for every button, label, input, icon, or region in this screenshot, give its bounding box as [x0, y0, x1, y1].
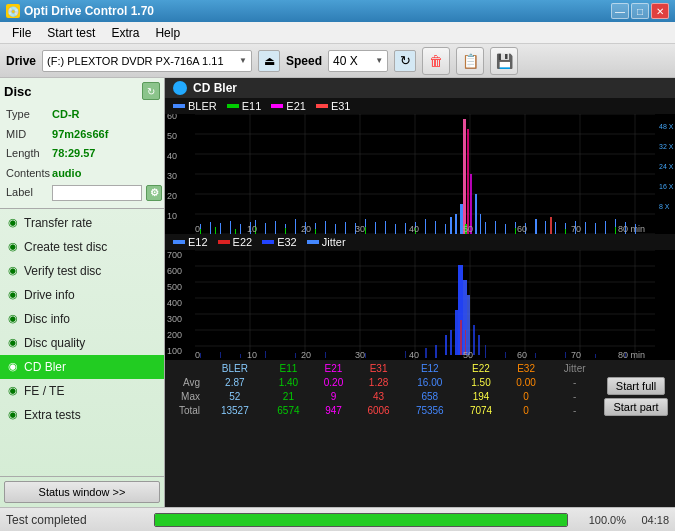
erase-button[interactable]: 🗑 — [422, 47, 450, 75]
stats-avg-label: Avg — [169, 375, 204, 389]
svg-rect-59 — [480, 214, 481, 234]
time-elapsed: 04:18 — [634, 514, 669, 526]
svg-rect-35 — [265, 223, 266, 234]
stats-header-e22: E22 — [458, 362, 504, 375]
save-button[interactable]: 💾 — [490, 47, 518, 75]
speed-label: Speed — [286, 54, 322, 68]
stats-header-jitter: Jitter — [548, 362, 601, 375]
stats-max-e21: 9 — [311, 389, 356, 403]
svg-rect-133 — [265, 351, 266, 358]
sidebar-item-cd-bler[interactable]: ◉ CD Bler — [0, 355, 164, 379]
svg-rect-77 — [200, 229, 201, 234]
sidebar-item-fe-te[interactable]: ◉ FE / TE — [0, 379, 164, 403]
speed-combo-arrow: ▼ — [375, 56, 383, 65]
svg-text:30: 30 — [167, 171, 177, 181]
svg-text:400: 400 — [167, 298, 182, 308]
svg-rect-48 — [395, 224, 396, 234]
label-input[interactable] — [52, 185, 142, 201]
mid-label: MID — [6, 126, 50, 144]
label-gear-button[interactable]: ⚙ — [146, 185, 162, 201]
legend-e11-color — [227, 104, 239, 108]
stats-max-e32: 0 — [504, 389, 549, 403]
copy-button[interactable]: 📋 — [456, 47, 484, 75]
disc-panel: Disc ↻ Type CD-R MID 97m26s66f Length 78… — [0, 78, 164, 209]
label-label: Label — [6, 184, 50, 202]
svg-text:0: 0 — [195, 224, 200, 234]
speed-value: 40 X — [333, 54, 358, 68]
stats-row-max: Max 52 21 9 43 658 194 0 - — [169, 389, 671, 403]
svg-text:20: 20 — [301, 350, 311, 360]
legend-e32-color — [262, 240, 274, 244]
svg-rect-125 — [455, 310, 458, 355]
stats-max-jitter: - — [548, 389, 601, 403]
svg-text:10: 10 — [247, 350, 257, 360]
sidebar-item-drive-info[interactable]: ◉ Drive info — [0, 283, 164, 307]
svg-rect-49 — [405, 223, 406, 234]
svg-rect-83 — [365, 227, 366, 234]
status-window-button[interactable]: Status window >> — [4, 481, 160, 503]
sidebar-item-transfer-rate[interactable]: ◉ Transfer rate — [0, 211, 164, 235]
stats-max-e12: 658 — [401, 389, 458, 403]
menu-extra[interactable]: Extra — [103, 24, 147, 42]
disc-refresh-button[interactable]: ↻ — [142, 82, 160, 100]
top-chart: 60 50 40 30 20 10 48 X 32 X 24 X 16 X 8 … — [165, 114, 675, 234]
top-chart-legend: BLER E11 E21 E31 — [165, 98, 675, 114]
disc-title: Disc — [4, 84, 31, 99]
stats-total-e12: 75356 — [401, 404, 458, 418]
svg-rect-131 — [220, 352, 221, 358]
svg-rect-137 — [405, 351, 406, 358]
sidebar-item-disc-info[interactable]: ◉ Disc info — [0, 307, 164, 331]
svg-rect-141 — [505, 352, 506, 358]
stats-table: BLER E11 E21 E31 E12 E22 E32 Jitter Avg — [169, 362, 671, 418]
eject-button[interactable]: ⏏ — [258, 50, 280, 72]
legend-jitter: Jitter — [307, 236, 346, 248]
svg-rect-54 — [450, 217, 452, 234]
svg-rect-32 — [240, 224, 241, 234]
menu-file[interactable]: File — [4, 24, 39, 42]
stats-avg-e22: 1.50 — [458, 375, 504, 389]
svg-rect-60 — [485, 222, 486, 234]
close-button[interactable]: ✕ — [651, 3, 669, 19]
sidebar-item-verify-test-disc-label: Verify test disc — [24, 264, 101, 278]
sidebar-item-transfer-rate-label: Transfer rate — [24, 216, 92, 230]
svg-rect-73 — [605, 221, 606, 234]
stats-max-label: Max — [169, 389, 204, 403]
stats-total-e22: 7074 — [458, 404, 504, 418]
sidebar-item-cd-bler-label: CD Bler — [24, 360, 66, 374]
svg-rect-52 — [435, 221, 436, 234]
refresh-button[interactable]: ↻ — [394, 50, 416, 72]
stats-total-e31: 6006 — [356, 404, 402, 418]
sidebar-item-extra-tests[interactable]: ◉ Extra tests — [0, 403, 164, 427]
legend-bler-color — [173, 104, 185, 108]
menu-help[interactable]: Help — [147, 24, 188, 42]
drive-combo[interactable]: (F:) PLEXTOR DVDR PX-716A 1.11 ▼ — [42, 50, 252, 72]
type-value: CD-R — [52, 106, 162, 124]
sidebar-item-create-test-disc[interactable]: ◉ Create test disc — [0, 235, 164, 259]
stats-row-total: Total 13527 6574 947 6006 75356 7074 0 - — [169, 404, 671, 418]
speed-combo[interactable]: 40 X ▼ — [328, 50, 388, 72]
svg-text:200: 200 — [167, 330, 182, 340]
sidebar-item-disc-info-label: Disc info — [24, 312, 70, 326]
start-part-button[interactable]: Start part — [604, 398, 667, 416]
svg-rect-29 — [210, 222, 211, 234]
legend-e12: E12 — [173, 236, 208, 248]
sidebar-item-fe-te-label: FE / TE — [24, 384, 64, 398]
chart-title: CD Bler — [193, 81, 237, 95]
restore-button[interactable]: □ — [631, 3, 649, 19]
sidebar-item-disc-quality[interactable]: ◉ Disc quality — [0, 331, 164, 355]
start-full-button[interactable]: Start full — [607, 377, 665, 395]
progress-percent: 100.0% — [576, 514, 626, 526]
svg-rect-36 — [275, 221, 276, 234]
stats-total-jitter: - — [548, 404, 601, 418]
svg-rect-43 — [345, 222, 346, 234]
svg-rect-47 — [385, 221, 386, 234]
drive-info-icon: ◉ — [8, 288, 18, 301]
stats-avg-e12: 16.00 — [401, 375, 458, 389]
menu-start-test[interactable]: Start test — [39, 24, 103, 42]
contents-label: Contents — [6, 165, 50, 183]
stats-avg-e32: 0.00 — [504, 375, 549, 389]
minimize-button[interactable]: — — [611, 3, 629, 19]
sidebar-item-verify-test-disc[interactable]: ◉ Verify test disc — [0, 259, 164, 283]
chart-header: CD Bler — [165, 78, 675, 98]
svg-rect-58 — [475, 194, 477, 234]
